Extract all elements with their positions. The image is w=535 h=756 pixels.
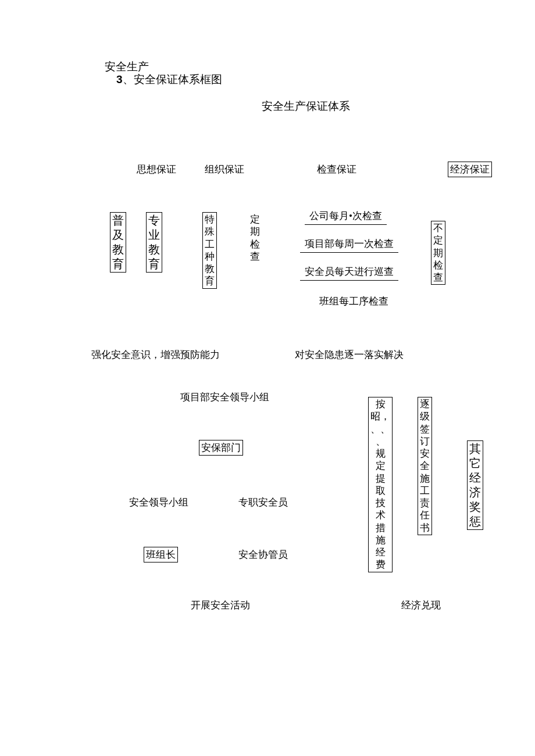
tier1-jiancha: 检查保证 bbox=[317, 163, 356, 176]
v3-3: 济 bbox=[469, 485, 481, 500]
dq-char2: 检 bbox=[250, 238, 260, 250]
v2-0: 逐 bbox=[420, 398, 430, 410]
heading-sep: 、 bbox=[123, 73, 134, 85]
bdq-char4: 查 bbox=[433, 271, 443, 284]
org-group: 安全领导小组 bbox=[129, 496, 188, 509]
puji-education-box: 普 及 教 育 bbox=[110, 212, 126, 273]
check-weekly: 项目部每周一次检查 bbox=[300, 237, 398, 253]
v2-1: 级 bbox=[420, 410, 430, 422]
v1-10: 措 bbox=[376, 522, 386, 534]
dq-char0: 定 bbox=[250, 213, 260, 225]
ts-char0: 特 bbox=[205, 213, 215, 225]
check-monthly: 公司每月•次检查 bbox=[305, 209, 387, 225]
heading-text: 安全保证体系框图 bbox=[134, 73, 222, 85]
zy-char2: 教 bbox=[148, 242, 160, 257]
puji-char1: 及 bbox=[112, 228, 124, 242]
v3-4: 奖 bbox=[469, 500, 481, 514]
puji-char0: 普 bbox=[112, 213, 124, 228]
check-per-process: 班组每工序检查 bbox=[319, 295, 388, 308]
bdq-char3: 检 bbox=[433, 259, 443, 271]
heading-number: 3 bbox=[116, 73, 123, 85]
v1-5: 定 bbox=[376, 460, 386, 472]
bdq-char2: 期 bbox=[433, 247, 443, 259]
org-top: 项目部安全领导小组 bbox=[180, 390, 269, 404]
vcol-contract-box: 逐 级 签 订 安 全 施 工 责 任 书 bbox=[418, 397, 432, 535]
v2-5: 全 bbox=[420, 460, 430, 472]
v2-3: 订 bbox=[420, 435, 430, 447]
org-assist: 安全协管员 bbox=[238, 548, 288, 561]
v2-10: 书 bbox=[420, 522, 430, 534]
center-title: 安全生产保证体系 bbox=[262, 99, 350, 114]
org-dept-box: 安保部门 bbox=[199, 440, 243, 456]
v2-6: 施 bbox=[420, 472, 430, 485]
budingqi-check-box: 不 定 期 检 查 bbox=[431, 221, 445, 285]
summary-left: 强化安全意识，增强预防能力 bbox=[91, 348, 220, 361]
v3-0: 其 bbox=[469, 442, 481, 456]
puji-char3: 育 bbox=[112, 257, 124, 271]
vcol-reward-box: 其 它 经 济 奖 惩 bbox=[467, 440, 483, 530]
zy-char0: 专 bbox=[148, 213, 160, 228]
dq-char1: 期 bbox=[250, 225, 260, 238]
puji-char2: 教 bbox=[112, 242, 124, 257]
bdq-char1: 定 bbox=[433, 234, 443, 246]
zy-char3: 育 bbox=[148, 257, 160, 271]
ts-char2: 工 bbox=[205, 238, 215, 250]
v1-12: 经 bbox=[376, 546, 386, 558]
org-leader-box: 班组长 bbox=[144, 547, 178, 562]
dingqi-check: 定 期 检 查 bbox=[250, 213, 260, 263]
tier1-jingji-box: 经济保证 bbox=[448, 162, 492, 177]
bottom-left: 开展安全活动 bbox=[191, 599, 250, 612]
ts-char3: 种 bbox=[205, 250, 215, 263]
v1-0: 按 bbox=[376, 398, 386, 410]
tier1-zuzhi: 组织保证 bbox=[205, 163, 244, 176]
v1-11: 施 bbox=[376, 534, 386, 546]
v2-9: 任 bbox=[420, 509, 430, 521]
v3-1: 它 bbox=[469, 456, 481, 471]
v2-2: 签 bbox=[420, 423, 430, 435]
summary-right: 对安全隐患逐一落实解决 bbox=[295, 348, 404, 361]
v3-2: 经 bbox=[469, 471, 481, 485]
zhuanye-education-box: 专 业 教 育 bbox=[146, 212, 162, 273]
v1-8: 技 bbox=[376, 497, 386, 509]
check-daily: 安全员每天进行巡查 bbox=[300, 265, 398, 281]
v3-5: 惩 bbox=[469, 514, 481, 529]
v1-2: 、、 bbox=[370, 423, 390, 435]
v1-9: 术 bbox=[376, 509, 386, 521]
v1-3: 、 bbox=[376, 435, 386, 447]
bdq-char0: 不 bbox=[433, 222, 443, 234]
ts-char5: 育 bbox=[205, 275, 215, 287]
vcol-fee-box: 按 昭， 、、 、 规 定 提 取 技 术 措 施 经 费 bbox=[368, 397, 393, 572]
teshu-education-box: 特 殊 工 种 教 育 bbox=[202, 212, 217, 289]
org-fulltime: 专职安全员 bbox=[238, 496, 288, 509]
v2-8: 责 bbox=[420, 497, 430, 509]
dq-char3: 查 bbox=[250, 250, 260, 263]
v2-7: 工 bbox=[420, 485, 430, 497]
v2-4: 安 bbox=[420, 447, 430, 460]
tier1-sixiang: 思想保证 bbox=[137, 163, 176, 176]
zy-char1: 业 bbox=[148, 228, 160, 242]
v1-6: 提 bbox=[376, 472, 386, 485]
ts-char1: 殊 bbox=[205, 225, 215, 238]
v1-7: 取 bbox=[376, 485, 386, 497]
v1-13: 费 bbox=[376, 558, 386, 571]
v1-4: 规 bbox=[376, 447, 386, 460]
ts-char4: 教 bbox=[205, 263, 215, 275]
v1-1: 昭， bbox=[370, 410, 390, 422]
bottom-right: 经济兑现 bbox=[401, 599, 441, 612]
